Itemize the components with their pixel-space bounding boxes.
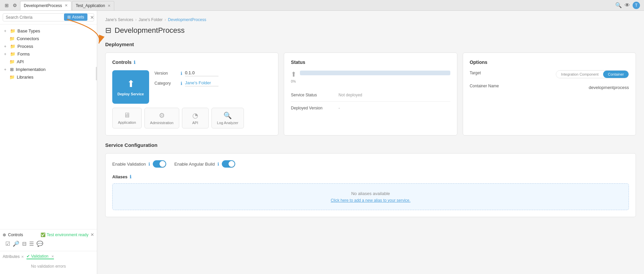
toggle-row: Enable Validation ℹ Enable Angular Build… bbox=[112, 160, 629, 168]
container-btn[interactable]: Container bbox=[603, 71, 629, 78]
options-card: Options Target Integration Component Con… bbox=[463, 53, 636, 135]
folder-icon: 📁 bbox=[10, 28, 15, 33]
attributes-close-icon[interactable]: ✕ bbox=[21, 255, 24, 259]
aliases-title: Aliases ℹ bbox=[112, 174, 629, 179]
check-circle-icon[interactable]: ☑ bbox=[5, 241, 10, 247]
grid-icon[interactable]: ⊞ bbox=[3, 2, 10, 9]
breadcrumb: Jane's Services › Jane's Folder › Develo… bbox=[105, 17, 636, 22]
api-button[interactable]: ◔ API bbox=[182, 108, 209, 128]
sidebar-item-libraries[interactable]: 📁 Libraries bbox=[0, 73, 97, 81]
administration-button[interactable]: ⚙ Administration bbox=[144, 108, 179, 128]
version-label: Version bbox=[154, 71, 178, 76]
add-alias-link[interactable]: Click here to add a new alias to your se… bbox=[331, 198, 410, 203]
bottom-panel: Attributes ✕ ✔ Validation ✕ No validatio… bbox=[0, 251, 97, 274]
sidebar-close-icon[interactable]: ✕ bbox=[90, 15, 94, 20]
sidebar-item-forms[interactable]: + 📁 Forms bbox=[0, 50, 97, 58]
eye-icon[interactable]: 👁 bbox=[625, 2, 630, 8]
breadcrumb-current: DevelopmentProcess bbox=[168, 17, 206, 22]
attributes-label: Attributes bbox=[3, 254, 20, 259]
service-status-value: Not deployed bbox=[338, 93, 362, 97]
chat-icon[interactable]: 💬 bbox=[37, 241, 43, 247]
file-search-icon[interactable]: 🔎 bbox=[13, 241, 19, 247]
category-row: Category ℹ Jane's Folder bbox=[154, 80, 218, 86]
target-label: Target bbox=[470, 71, 481, 75]
folder-icon: 📁 bbox=[9, 75, 15, 80]
breadcrumb-sep-1: › bbox=[135, 17, 137, 22]
sidebar-item-implementation[interactable]: + ⊞ Implementation bbox=[0, 66, 97, 73]
user-icon[interactable]: T bbox=[633, 2, 640, 9]
deployed-version-row: Deployed Version - bbox=[291, 102, 450, 114]
main-content: Jane's Services › Jane's Folder › Develo… bbox=[97, 11, 644, 274]
validation-check-icon: ✔ bbox=[26, 254, 30, 259]
enable-angular-build-switch[interactable] bbox=[222, 160, 235, 168]
aliases-info-icon[interactable]: ℹ bbox=[130, 174, 131, 179]
controls-title: ⊛ Controls bbox=[3, 233, 23, 237]
tab-validation[interactable]: ✔ Validation ✕ bbox=[26, 254, 54, 259]
breadcrumb-janes-folder[interactable]: Jane's Folder bbox=[139, 17, 163, 22]
enable-validation-switch[interactable] bbox=[153, 160, 166, 168]
resize-handle[interactable] bbox=[96, 67, 97, 80]
application-button[interactable]: 🖥 Application bbox=[112, 108, 142, 128]
aliases-box: No aliases available Click here to add a… bbox=[112, 183, 629, 210]
controls-card-title: Controls ℹ bbox=[112, 60, 271, 65]
category-info-icon[interactable]: ℹ bbox=[181, 81, 182, 86]
enable-angular-build-label: Enable Angular Build bbox=[174, 162, 215, 167]
bottom-tabs: Attributes ✕ ✔ Validation ✕ bbox=[3, 254, 94, 259]
folder-icon: 📁 bbox=[9, 36, 15, 41]
tab-dev-process-close[interactable]: ✕ bbox=[65, 3, 68, 8]
validation-close-icon[interactable]: ✕ bbox=[51, 255, 54, 258]
tab-bar: ⊞ ⚙ DevelopmentProcess ✕ Test_Applicatio… bbox=[0, 0, 644, 11]
tab-bar-icons: ⊞ ⚙ bbox=[1, 2, 20, 9]
tab-test-app-close[interactable]: ✕ bbox=[108, 4, 111, 8]
deployed-version-label: Deployed Version bbox=[291, 106, 334, 110]
breadcrumb-janes-services[interactable]: Jane's Services bbox=[105, 17, 133, 22]
sidebar-item-process[interactable]: + 📁 Process bbox=[0, 42, 97, 50]
version-category-fields: Version ℹ 0.1.0 Category ℹ Jane's Folder bbox=[154, 70, 218, 104]
service-status-row: Service Status Not deployed bbox=[291, 89, 450, 102]
status-upload-icon: ⬆ bbox=[291, 70, 297, 78]
enable-validation-info-icon[interactable]: ℹ bbox=[148, 162, 150, 167]
page-title-text: DevelopmentProcess bbox=[115, 26, 185, 35]
enable-validation-toggle: Enable Validation ℹ bbox=[112, 160, 166, 168]
integration-component-btn[interactable]: Integration Component bbox=[556, 71, 603, 78]
sidebar-item-base-types[interactable]: + 📁 Base Types bbox=[0, 27, 97, 35]
container-name-label: Container Name bbox=[470, 84, 499, 88]
tab-test-app[interactable]: Test_Application ✕ bbox=[72, 1, 114, 10]
controls-card: Controls ℹ ⬆ Deploy Service Version ℹ bbox=[105, 53, 278, 135]
sidebar: ⊞ Assets ✕ + 📁 Base Types 📁 Connectors +… bbox=[0, 11, 97, 274]
sidebar-search-area: ⊞ Assets ✕ bbox=[0, 11, 97, 24]
plus-icon: + bbox=[4, 29, 8, 33]
database-icon[interactable]: ⊟ bbox=[22, 241, 26, 247]
search-icon[interactable]: 🔍 bbox=[615, 2, 622, 8]
target-row: Target Integration Component Container bbox=[470, 70, 629, 78]
folder-icon: 📁 bbox=[10, 52, 15, 57]
controls-close-icon[interactable]: ✕ bbox=[90, 232, 94, 237]
target-row-inner: Target Integration Component Container bbox=[470, 70, 629, 78]
plus-icon: + bbox=[4, 67, 8, 72]
tab-attributes[interactable]: Attributes ✕ bbox=[3, 254, 24, 259]
status-header-row: ⬆ bbox=[291, 70, 450, 78]
sidebar-item-api[interactable]: 📁 API bbox=[0, 58, 97, 66]
version-info-icon[interactable]: ℹ bbox=[181, 71, 182, 76]
validation-label: Validation bbox=[31, 254, 49, 259]
check-circle-icon: ✅ bbox=[41, 233, 46, 237]
sidebar-item-connectors[interactable]: 📁 Connectors bbox=[0, 35, 97, 42]
version-row: Version ℹ 0.1.0 bbox=[154, 70, 218, 76]
status-pct: 0% bbox=[291, 80, 450, 83]
container-name-row: Container Name developmentprocess bbox=[470, 84, 629, 91]
deploy-service-button[interactable]: ⬆ Deploy Service bbox=[112, 70, 149, 104]
enable-validation-label: Enable Validation bbox=[112, 162, 146, 167]
list-icon[interactable]: ☰ bbox=[29, 241, 34, 247]
version-value: 0.1.0 bbox=[185, 70, 218, 76]
tab-dev-process[interactable]: DevelopmentProcess ✕ bbox=[20, 1, 71, 10]
deployment-section-title: Deployment bbox=[105, 41, 636, 47]
assets-button[interactable]: ⊞ Assets bbox=[64, 13, 87, 21]
controls-panel: ⊛ Controls ✅ Test environment ready ✕ ☑ … bbox=[0, 229, 97, 251]
settings-icon[interactable]: ⚙ bbox=[11, 2, 18, 9]
options-card-title: Options bbox=[470, 60, 629, 65]
controls-info-icon[interactable]: ℹ bbox=[134, 60, 135, 65]
enable-angular-build-info-icon[interactable]: ℹ bbox=[217, 162, 219, 167]
log-analyzer-button[interactable]: 🔍 Log Analyzer bbox=[211, 108, 244, 128]
page-title-icon: ⊟ bbox=[105, 26, 111, 35]
tab-test-app-label: Test_Application bbox=[76, 3, 105, 8]
